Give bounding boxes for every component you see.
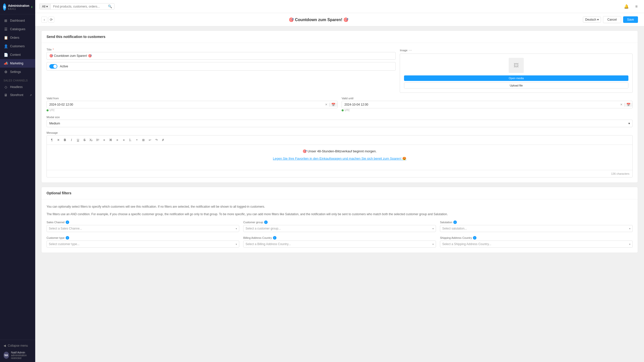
page-actions: Deutsch ▾ Cancel Save	[583, 16, 638, 23]
editor-btn-align-left[interactable]: ≡	[101, 137, 107, 143]
editor-btn-paragraph[interactable]: ¶	[49, 137, 55, 143]
sidebar-item-marketing[interactable]: 📣 Marketing	[0, 59, 35, 68]
filter-label: All	[42, 5, 45, 8]
sidebar-item-settings[interactable]: ⚙ Settings	[0, 68, 35, 76]
billing-address-filter: Billing Address Country i Select a Billi…	[243, 236, 436, 248]
valid-from-input-wrapper: ✕ 📅	[47, 101, 338, 108]
customer-group-info-icon[interactable]: i	[264, 220, 268, 224]
salutation-info-icon[interactable]: i	[453, 220, 457, 224]
message-label: Message	[47, 131, 633, 134]
editor-toolbar: ¶ ✕ B I U S X₂ X² ≡ ⌘ ≡	[47, 135, 632, 145]
optional-filters-card: Optional filters You can optionally sele…	[41, 187, 638, 253]
main-content: All ▾ 🔍 🔔 ≡ ‹ ⟳ 🎯 Countdown zum Sparen! …	[35, 0, 644, 362]
editor-btn-bold[interactable]: B	[62, 137, 68, 143]
valid-from-clear-button[interactable]: ✕	[324, 103, 329, 106]
user-name: Natif Admin	[11, 351, 32, 354]
content-icon: 📄	[4, 53, 8, 57]
editor-btn-align-justify[interactable]: ≡	[121, 137, 127, 143]
sidebar-item-label: Storefront	[10, 93, 23, 97]
upload-file-button[interactable]: Upload file	[404, 82, 628, 88]
valid-until-input[interactable]	[342, 101, 619, 108]
avatar: NA	[4, 352, 9, 359]
shipping-address-info-icon[interactable]: i	[473, 236, 476, 240]
editor-char-count: 136 characters	[47, 170, 632, 177]
search-filter-dropdown[interactable]: All ▾	[39, 4, 51, 9]
sidebar-item-dashboard[interactable]: ⊞ Dashboard	[0, 16, 35, 25]
sidebar-settings-icon[interactable]: ≡	[633, 3, 640, 10]
sidebar-bottom: ◀ Collapse menu NA Natif Admin administr…	[0, 340, 35, 362]
language-select[interactable]: Deutsch ▾	[583, 17, 601, 23]
customer-group-select[interactable]: Select a customer group... ▾	[243, 225, 436, 232]
customer-group-placeholder: Select a customer group...	[246, 227, 281, 230]
sales-channel-select[interactable]: Select a Sales Channe... ▾	[47, 225, 239, 232]
editor-btn-superscript[interactable]: X²	[95, 137, 101, 143]
valid-until-clear-button[interactable]: ✕	[619, 103, 624, 106]
sidebar-item-content[interactable]: 📄 Content	[0, 51, 35, 59]
search-button[interactable]: 🔍	[106, 4, 114, 9]
editor-btn-clear[interactable]: ✕	[55, 137, 61, 143]
utc-dot-icon	[47, 109, 49, 111]
shipping-address-chevron-icon: ▾	[629, 243, 630, 246]
image-placeholder-icon: 🖼	[509, 58, 524, 73]
billing-address-select[interactable]: Select a Billing Address Country... ▾	[243, 241, 436, 248]
editor-btn-subscript[interactable]: X₂	[88, 137, 94, 143]
image-upload-area: 🖼 Open media Upload file	[400, 54, 633, 93]
sidebar-item-storefront[interactable]: 🖥 Storefront ↗	[0, 91, 35, 99]
back-button[interactable]: ‹	[41, 17, 47, 23]
editor-btn-list-ul[interactable]: •	[134, 137, 140, 143]
valid-from-calendar-icon[interactable]: 📅	[329, 103, 337, 107]
sidebar: S Administration 6.6.4.1 ⊞ Dashboard ☰ C…	[0, 0, 35, 362]
billing-address-info-icon[interactable]: i	[273, 236, 276, 240]
save-button[interactable]: Save	[623, 16, 638, 23]
editor-btn-underline[interactable]: U	[75, 137, 81, 143]
customer-type-info-icon[interactable]: i	[66, 236, 69, 240]
page-header: ‹ ⟳ 🎯 Countdown zum Sparen! 🎯 Deutsch ▾ …	[35, 13, 644, 26]
billing-address-chevron-icon: ▾	[432, 243, 434, 246]
title-image-row: Title * Active	[47, 48, 633, 93]
salutation-placeholder: Select salutation...	[442, 227, 467, 230]
image-options-button[interactable]: ···	[409, 48, 412, 53]
settings-icon: ⚙	[4, 70, 8, 74]
editor-btn-list-ol[interactable]: 1.	[127, 137, 133, 143]
editor-btn-italic[interactable]: I	[68, 137, 74, 143]
message-group: Message ¶ ✕ B I U S X₂ X² ≡	[47, 131, 633, 177]
editor-btn-undo[interactable]: ↩	[147, 137, 153, 143]
collapse-label: Collapse menu	[8, 344, 28, 347]
editor-btn-remove[interactable]: ✗	[160, 137, 166, 143]
cancel-button[interactable]: Cancel	[603, 16, 621, 23]
shipping-address-select[interactable]: Select a Shipping Address Country... ▾	[440, 241, 633, 248]
valid-until-calendar-icon[interactable]: 📅	[624, 103, 632, 107]
sidebar-item-headless[interactable]: ◇ Headless	[0, 83, 35, 91]
customer-group-label: Customer group i	[243, 220, 436, 224]
orders-icon: 📋	[4, 36, 8, 40]
open-media-button[interactable]: Open media	[404, 75, 628, 81]
salutation-select[interactable]: Select salutation... ▾	[440, 225, 633, 232]
modal-size-chevron-icon: ▾	[628, 122, 630, 125]
forward-button[interactable]: ⟳	[48, 17, 54, 23]
editor-btn-align-right[interactable]: ≡	[114, 137, 120, 143]
customer-type-chevron-icon: ▾	[236, 243, 237, 246]
editor-btn-align-center[interactable]: ⌘	[108, 137, 114, 143]
sidebar-item-orders[interactable]: 📋 Orders	[0, 33, 35, 42]
notifications-icon[interactable]: 🔔	[623, 3, 630, 10]
collapse-menu-button[interactable]: ◀ Collapse menu	[4, 342, 32, 349]
editor-btn-strikethrough[interactable]: S	[82, 137, 88, 143]
headless-icon: ◇	[4, 85, 8, 89]
title-input[interactable]	[47, 52, 396, 60]
sidebar-item-customers[interactable]: 👤 Customers	[0, 42, 35, 51]
search-input[interactable]	[51, 4, 106, 9]
customer-type-select[interactable]: Select customer type... ▾	[47, 241, 239, 248]
topbar-right: 🔔 ≡	[623, 3, 640, 10]
active-toggle[interactable]	[49, 64, 57, 69]
valid-from-input[interactable]	[47, 101, 324, 108]
modal-size-select[interactable]: Medium ▾	[47, 120, 633, 127]
chevron-down-icon: ▾	[46, 5, 48, 8]
editor-content[interactable]: 🎯 Unser 48-Stunden-Blitzverkauf beginnt …	[47, 145, 632, 170]
valid-until-label: Valid until	[342, 97, 633, 100]
sales-channel-info-icon[interactable]: i	[66, 220, 69, 224]
editor-btn-table[interactable]: ⊞	[140, 137, 146, 143]
notification-form-card: Send this notification to customers Titl…	[41, 30, 638, 183]
user-profile[interactable]: NA Natif Admin administration restricted	[4, 349, 32, 359]
sidebar-item-catalogues[interactable]: ☰ Catalogues	[0, 25, 35, 33]
editor-btn-redo[interactable]: ↷	[153, 137, 159, 143]
